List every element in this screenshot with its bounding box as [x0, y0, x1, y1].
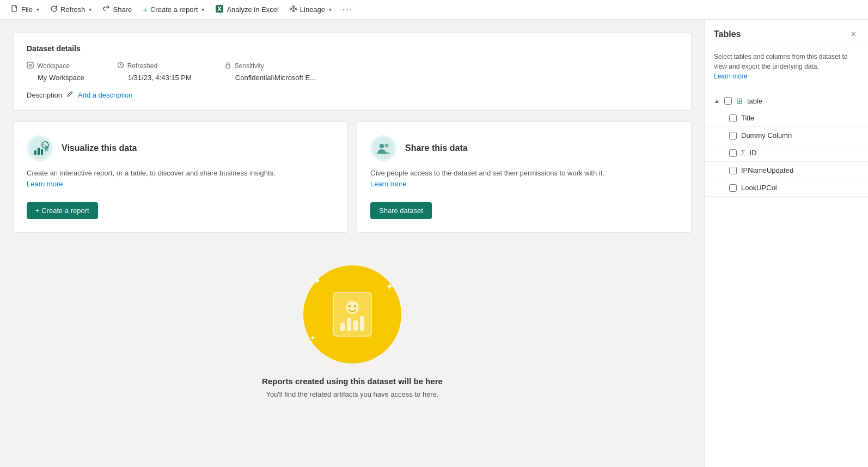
svg-rect-11 — [34, 150, 36, 155]
column-id-row: Σ ID — [705, 144, 868, 162]
dataset-meta-row: Workspace My Workspace Refreshed — [27, 62, 678, 82]
table-grid-icon: ⊞ — [736, 96, 743, 105]
empty-state-desc: You'll find the related artifacts you ha… — [266, 390, 438, 398]
file-icon — [11, 5, 19, 14]
analyze-excel-label: Analyze in Excel — [227, 5, 278, 14]
visualize-card-title: Visualize this data — [62, 143, 137, 153]
lineage-icon — [290, 5, 297, 14]
svg-point-3 — [292, 6, 294, 8]
file-chevron: ▾ — [36, 7, 39, 13]
column-ipname-name: IPNameUpdated — [741, 166, 793, 174]
share-card-desc: Give people access to the dataset and se… — [370, 168, 678, 189]
sparkle-br-icon: ✦ — [392, 342, 396, 348]
column-title-checkbox[interactable] — [729, 114, 737, 122]
add-description-link[interactable]: Add a description — [78, 91, 132, 99]
tables-panel-close-btn[interactable]: × — [848, 28, 859, 40]
sensitivity-label-row: Sensitivity — [224, 62, 316, 70]
empty-state-title: Reports created using this dataset will … — [262, 377, 443, 386]
refresh-chevron: ▾ — [89, 7, 91, 13]
svg-point-17 — [385, 144, 389, 148]
refreshed-value: 1/31/23, 4:43:15 PM — [117, 74, 192, 82]
workspace-icon — [27, 62, 34, 70]
column-id-checkbox[interactable] — [729, 149, 737, 157]
svg-rect-6 — [27, 62, 33, 68]
tables-panel-desc: Select tables and columns from this data… — [705, 45, 868, 88]
share-icon-container — [370, 135, 396, 161]
main-layout: Dataset details Workspace My Workspace — [0, 20, 868, 467]
more-button[interactable]: ··· — [338, 3, 357, 17]
description-row: Description Add a description — [27, 90, 678, 99]
table-group-row[interactable]: ▲ ⊞ table — [705, 92, 868, 110]
action-cards-row: Visualize this data Create an interactiv… — [13, 122, 692, 233]
share-learn-more[interactable]: Learn more — [370, 180, 406, 188]
refreshed-label: Refreshed — [127, 62, 157, 70]
sparkle-tr-icon: ✦ — [386, 281, 394, 293]
svg-rect-13 — [41, 149, 43, 155]
column-lookup-checkbox[interactable] — [729, 184, 737, 192]
dataset-details-title: Dataset details — [27, 44, 678, 53]
create-report-button[interactable]: + Create a report ▾ — [138, 3, 209, 16]
svg-rect-24 — [347, 318, 351, 331]
empty-state-icon: ✦ ✦ ✦ ✦ — [303, 265, 401, 363]
share-label: Share — [113, 5, 132, 14]
column-ipname-row: IPNameUpdated — [705, 162, 868, 179]
tables-learn-more[interactable]: Learn more — [714, 72, 747, 80]
sigma-icon: Σ — [741, 149, 745, 157]
toolbar: File ▾ Refresh ▾ Share + Create a report… — [0, 0, 868, 20]
workspace-group: Workspace My Workspace — [27, 62, 84, 82]
create-report-label: Create a report — [150, 5, 198, 14]
column-dummy-row: Dummy Column — [705, 127, 868, 144]
file-button[interactable]: File ▾ — [7, 3, 44, 16]
column-dummy-checkbox[interactable] — [729, 132, 737, 140]
refresh-icon — [50, 5, 58, 14]
visualize-learn-more[interactable]: Learn more — [27, 180, 63, 188]
plus-icon: + — [143, 5, 148, 14]
lineage-label: Lineage — [300, 5, 325, 14]
lock-icon — [224, 62, 231, 70]
svg-point-15 — [372, 137, 394, 159]
share-card-title: Share this data — [405, 143, 468, 153]
svg-point-16 — [380, 144, 384, 148]
refresh-button[interactable]: Refresh ▾ — [46, 3, 96, 16]
table-group-name: table — [747, 97, 762, 105]
svg-point-5 — [295, 8, 297, 10]
sensitivity-label: Sensitivity — [235, 62, 264, 70]
content-area: Dataset details Workspace My Workspace — [0, 20, 705, 467]
column-lookup-row: LookUPCol — [705, 179, 868, 197]
svg-point-21 — [349, 305, 351, 307]
share-card-header: Share this data — [370, 135, 678, 161]
svg-rect-23 — [340, 323, 345, 331]
column-ipname-checkbox[interactable] — [729, 167, 737, 174]
share-card: Share this data Give people access to th… — [357, 122, 692, 233]
share-dataset-btn[interactable]: Share dataset — [370, 202, 432, 219]
more-label: ··· — [343, 5, 353, 15]
share-icon — [102, 5, 110, 14]
lineage-button[interactable]: Lineage ▾ — [285, 3, 336, 16]
sparkle-bl-icon: ✦ — [310, 334, 315, 342]
lineage-chevron: ▾ — [329, 7, 332, 13]
excel-icon — [215, 4, 224, 15]
workspace-label: Workspace — [37, 62, 70, 70]
create-report-action-btn[interactable]: + Create a report — [27, 202, 98, 219]
table-group-checkbox[interactable] — [724, 97, 732, 105]
refreshed-group: Refreshed 1/31/23, 4:43:15 PM — [117, 62, 192, 82]
svg-rect-26 — [360, 316, 364, 331]
share-button[interactable]: Share — [98, 3, 136, 16]
sparkle-tl-icon: ✦ — [313, 275, 321, 287]
sensitivity-group: Sensitivity Confidential\Microsoft E... — [224, 62, 316, 82]
tables-panel: Tables × Select tables and columns from … — [705, 20, 868, 467]
svg-rect-12 — [38, 148, 40, 155]
column-title-row: Title — [705, 110, 868, 127]
refreshed-label-row: Refreshed — [117, 62, 192, 70]
edit-icon[interactable] — [66, 90, 74, 99]
description-label: Description — [27, 91, 62, 99]
svg-rect-9 — [226, 65, 230, 68]
analyze-excel-button[interactable]: Analyze in Excel — [211, 2, 283, 17]
svg-point-2 — [290, 8, 291, 10]
svg-point-7 — [29, 64, 32, 66]
visualize-icon-container — [27, 135, 53, 161]
svg-rect-0 — [12, 5, 16, 11]
svg-point-22 — [354, 305, 356, 307]
tables-panel-title: Tables — [714, 29, 741, 39]
refresh-label: Refresh — [60, 5, 85, 14]
